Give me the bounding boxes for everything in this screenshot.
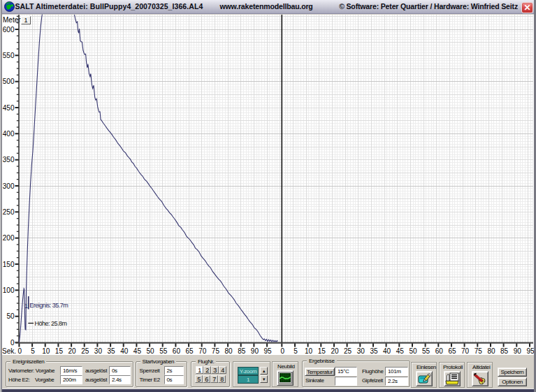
svg-text:85: 85: [500, 347, 509, 355]
svg-text:90: 90: [251, 347, 259, 355]
svg-text:30: 30: [357, 347, 365, 355]
svg-text:350: 350: [3, 156, 15, 164]
svg-text:1: 1: [24, 303, 28, 310]
svg-text:35: 35: [108, 347, 116, 355]
svg-text:30: 30: [94, 347, 103, 355]
svg-text:95: 95: [264, 347, 273, 355]
svg-text:50: 50: [147, 347, 155, 355]
svg-text:Ereignis: 35.7m: Ereignis: 35.7m: [29, 302, 68, 309]
svg-text:450: 450: [3, 104, 15, 112]
svg-text:500: 500: [3, 78, 15, 85]
svg-text:60: 60: [173, 347, 181, 355]
svg-text:0: 0: [10, 339, 15, 347]
svg-text:300: 300: [3, 182, 15, 190]
svg-text:0: 0: [281, 347, 285, 355]
svg-text:15: 15: [55, 347, 64, 355]
svg-text:65: 65: [186, 347, 194, 355]
svg-text:40: 40: [383, 347, 391, 355]
svg-text:45: 45: [133, 347, 142, 355]
svg-text:0: 0: [18, 347, 22, 355]
svg-text:65: 65: [448, 347, 456, 355]
svg-text:55: 55: [159, 347, 168, 355]
svg-text:100: 100: [3, 286, 15, 294]
svg-text:5: 5: [294, 347, 298, 355]
svg-text:550: 550: [3, 52, 15, 59]
svg-text:55: 55: [422, 347, 430, 355]
svg-text:10: 10: [42, 347, 50, 355]
svg-text:Höhe: 25.8m: Höhe: 25.8m: [34, 320, 66, 327]
svg-text:85: 85: [238, 347, 246, 355]
svg-text:10: 10: [305, 347, 313, 355]
svg-text:50: 50: [6, 312, 15, 320]
svg-text:40: 40: [120, 347, 129, 355]
svg-text:70: 70: [461, 347, 470, 355]
svg-text:35: 35: [370, 347, 378, 355]
svg-text:50: 50: [409, 347, 417, 355]
svg-text:250: 250: [3, 208, 15, 216]
svg-text:75: 75: [475, 347, 483, 355]
svg-text:75: 75: [212, 347, 220, 355]
svg-text:25: 25: [344, 347, 352, 355]
svg-text:60: 60: [435, 347, 444, 355]
svg-text:15: 15: [318, 347, 326, 355]
svg-text:150: 150: [3, 261, 15, 268]
svg-text:70: 70: [198, 347, 207, 355]
svg-text:200: 200: [3, 234, 15, 242]
svg-text:20: 20: [68, 347, 77, 355]
svg-text:80: 80: [487, 347, 495, 355]
svg-text:5: 5: [31, 347, 35, 355]
svg-text:20: 20: [331, 347, 339, 355]
svg-text:600: 600: [3, 26, 15, 34]
svg-text:400: 400: [3, 130, 15, 138]
svg-text:25: 25: [81, 347, 89, 355]
svg-text:90: 90: [514, 347, 522, 355]
svg-text:45: 45: [396, 347, 405, 355]
svg-text:80: 80: [225, 347, 233, 355]
svg-text:Sek.: Sek.: [2, 347, 16, 355]
